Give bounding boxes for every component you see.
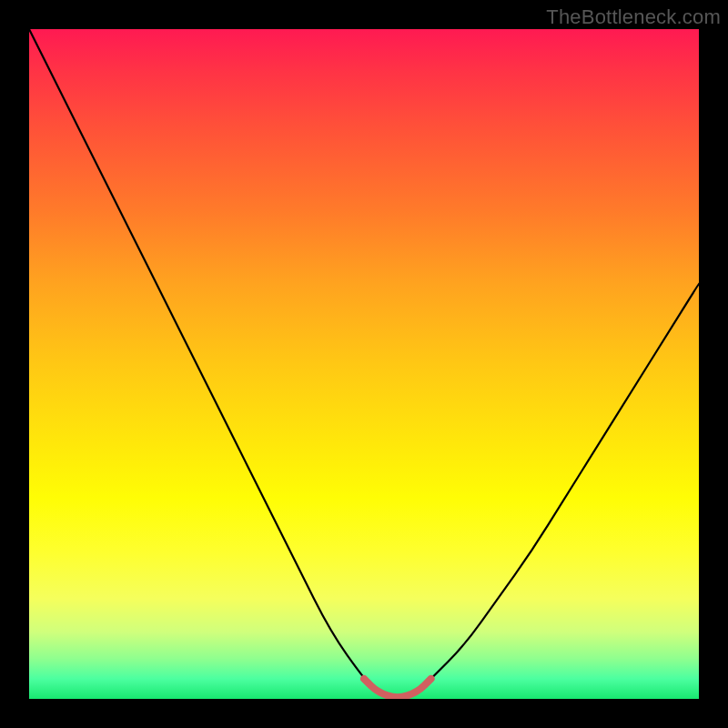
watermark-text: TheBottleneck.com [546, 5, 721, 29]
optimal-range-highlight-path [364, 679, 431, 697]
chart-svg [29, 29, 699, 699]
plot-area [29, 29, 699, 699]
chart-container: TheBottleneck.com [0, 0, 728, 728]
bottleneck-curve-path [29, 29, 699, 697]
